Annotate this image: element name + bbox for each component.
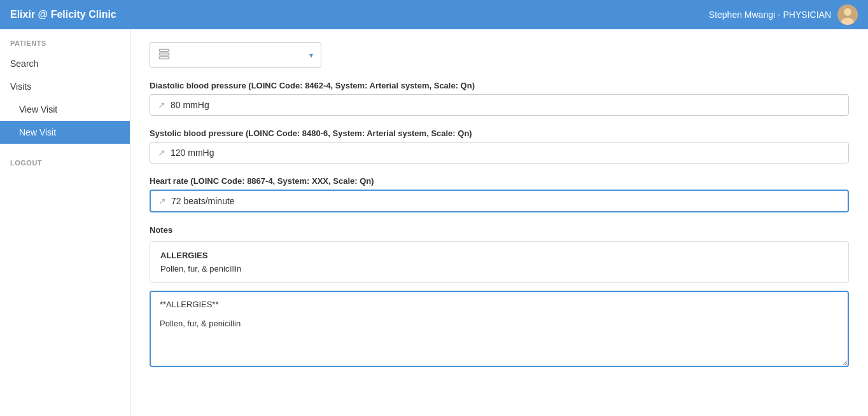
sidebar-logout-label: LOGOUT [0, 149, 130, 167]
sidebar: PATIENTS Search Visits View Visit New Vi… [0, 29, 130, 416]
app-title: Elixir @ Felicity Clinic [10, 9, 116, 20]
notes-preview-text: Pollen, fur, & penicillin [160, 264, 838, 274]
app-header: Elixir @ Felicity Clinic Stephen Mwangi … [0, 0, 868, 29]
user-name: Stephen Mwangi - PHYSICIAN [709, 10, 831, 20]
chevron-down-icon: ▾ [309, 51, 313, 60]
notes-preview-card: ALLERGIES Pollen, fur, & penicillin [150, 241, 849, 283]
heart-rate-label: Heart rate (LOINC Code: 8867-4, System: … [150, 176, 849, 186]
heart-rate-input[interactable] [171, 196, 840, 206]
main-content: ▾ Diastolic blood pressure (LOINC Code: … [130, 29, 868, 416]
svg-rect-5 [160, 57, 169, 59]
observation-dropdown[interactable]: ▾ [150, 42, 321, 68]
diastolic-input-wrapper: ↗ [150, 94, 849, 116]
notes-textarea[interactable]: **ALLERGIES** Pollen, fur, & penicillin [150, 291, 849, 367]
trend-icon-systolic: ↗ [158, 148, 165, 158]
sidebar-item-search[interactable]: Search [0, 52, 130, 75]
sidebar-item-new-visit[interactable]: New Visit [0, 121, 130, 144]
sidebar-item-view-visit[interactable]: View Visit [0, 98, 130, 121]
notes-preview-title: ALLERGIES [160, 251, 838, 260]
diastolic-label: Diastolic blood pressure (LOINC Code: 84… [150, 81, 849, 90]
person-icon [158, 48, 171, 62]
trend-icon-heart-rate: ↗ [158, 196, 166, 206]
trend-icon-diastolic: ↗ [158, 100, 165, 110]
sidebar-item-visits[interactable]: Visits [0, 75, 130, 98]
svg-rect-4 [160, 53, 169, 55]
notes-section: Notes ALLERGIES Pollen, fur, & penicilli… [150, 225, 849, 369]
svg-rect-3 [160, 50, 169, 52]
systolic-label: Systolic blood pressure (LOINC Code: 848… [150, 128, 849, 138]
dropdown-row: ▾ [150, 42, 849, 68]
user-info: Stephen Mwangi - PHYSICIAN [709, 4, 858, 25]
svg-point-1 [844, 8, 851, 16]
systolic-input[interactable] [171, 148, 841, 158]
avatar [837, 4, 858, 25]
systolic-field-group: Systolic blood pressure (LOINC Code: 848… [150, 128, 849, 163]
notes-label: Notes [150, 225, 849, 235]
diastolic-field-group: Diastolic blood pressure (LOINC Code: 84… [150, 81, 849, 116]
heart-rate-field-group: Heart rate (LOINC Code: 8867-4, System: … [150, 176, 849, 212]
main-layout: PATIENTS Search Visits View Visit New Vi… [0, 29, 868, 416]
diastolic-input[interactable] [171, 100, 841, 110]
dropdown-content [158, 48, 309, 62]
heart-rate-input-wrapper: ↗ [150, 190, 849, 212]
sidebar-patients-label: PATIENTS [0, 39, 130, 52]
systolic-input-wrapper: ↗ [150, 142, 849, 163]
